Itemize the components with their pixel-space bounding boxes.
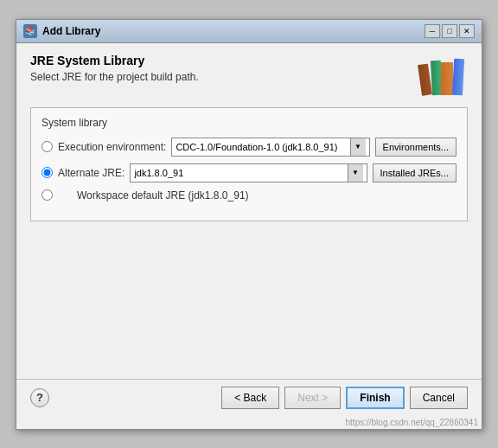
title-bar-controls: ─ □ ✕: [425, 24, 475, 38]
add-library-dialog: 📚 Add Library ─ □ ✕ JRE System Library S…: [16, 19, 482, 430]
workspace-default-radio[interactable]: [42, 189, 53, 201]
alternate-jre-arrow: ▼: [348, 164, 363, 182]
execution-env-value: CDC-1.0/Foundation-1.0 (jdk1.8.0_91): [176, 142, 349, 152]
footer-left: ?: [30, 388, 49, 407]
finish-button[interactable]: Finish: [346, 387, 404, 409]
execution-env-row: Execution environment: CDC-1.0/Foundatio…: [42, 138, 456, 157]
page-subtitle: Select JRE for the project build path.: [30, 71, 199, 83]
books-icon-container: [420, 54, 468, 97]
footer: ? < Back Next > Finish Cancel: [16, 380, 482, 416]
system-library-group: System library Execution environment: CD…: [30, 107, 468, 221]
environments-button[interactable]: Environments...: [375, 138, 456, 157]
content-area: [30, 232, 468, 370]
execution-env-combo[interactable]: CDC-1.0/Foundation-1.0 (jdk1.8.0_91) ▼: [171, 138, 369, 157]
page-title: JRE System Library: [30, 54, 199, 67]
execution-env-arrow: ▼: [350, 138, 366, 156]
close-button[interactable]: ✕: [459, 24, 475, 38]
execution-env-radio[interactable]: [42, 141, 53, 152]
dialog-icon: 📚: [23, 24, 37, 38]
title-bar-left: 📚 Add Library: [23, 24, 100, 38]
book3: [441, 62, 453, 95]
dialog-body: JRE System Library Select JRE for the pr…: [16, 43, 482, 379]
alternate-jre-row: Alternate JRE: jdk1.8.0_91 ▼ Installed J…: [42, 163, 456, 182]
book1: [418, 63, 432, 95]
workspace-default-label[interactable]: Workspace default JRE (jdk1.8.0_91): [77, 189, 249, 202]
books-icon: [422, 55, 467, 95]
alternate-jre-label[interactable]: Alternate JRE:: [58, 167, 124, 179]
alternate-jre-value: jdk1.8.0_91: [134, 168, 347, 178]
workspace-default-row: Workspace default JRE (jdk1.8.0_91): [42, 189, 456, 202]
alternate-jre-radio[interactable]: [42, 167, 53, 178]
execution-env-label[interactable]: Execution environment:: [58, 141, 166, 153]
installed-jres-button[interactable]: Installed JREs...: [373, 163, 456, 182]
next-button[interactable]: Next >: [284, 387, 341, 409]
alternate-jre-combo[interactable]: jdk1.8.0_91 ▼: [130, 163, 367, 182]
book4: [452, 58, 464, 95]
minimize-button[interactable]: ─: [425, 24, 440, 38]
header-section: JRE System Library Select JRE for the pr…: [30, 54, 468, 97]
watermark: https://blog.csdn.net/qq_22860341: [16, 416, 482, 429]
dialog-title: Add Library: [42, 25, 100, 37]
group-legend: System library: [42, 117, 456, 129]
cancel-button[interactable]: Cancel: [410, 387, 468, 409]
title-bar: 📚 Add Library ─ □ ✕: [16, 20, 482, 43]
help-button[interactable]: ?: [30, 388, 49, 407]
footer-right: < Back Next > Finish Cancel: [221, 387, 468, 409]
maximize-button[interactable]: □: [442, 24, 457, 38]
back-button[interactable]: < Back: [221, 387, 279, 409]
header-text: JRE System Library Select JRE for the pr…: [30, 54, 199, 83]
